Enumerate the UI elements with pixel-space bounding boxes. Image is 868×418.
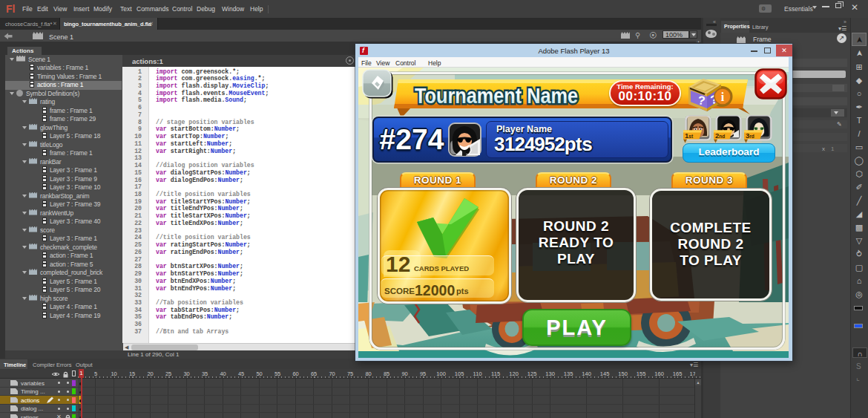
svg-text:i: i <box>721 91 725 103</box>
svg-text:Tournament Name: Tournament Name <box>415 83 578 108</box>
